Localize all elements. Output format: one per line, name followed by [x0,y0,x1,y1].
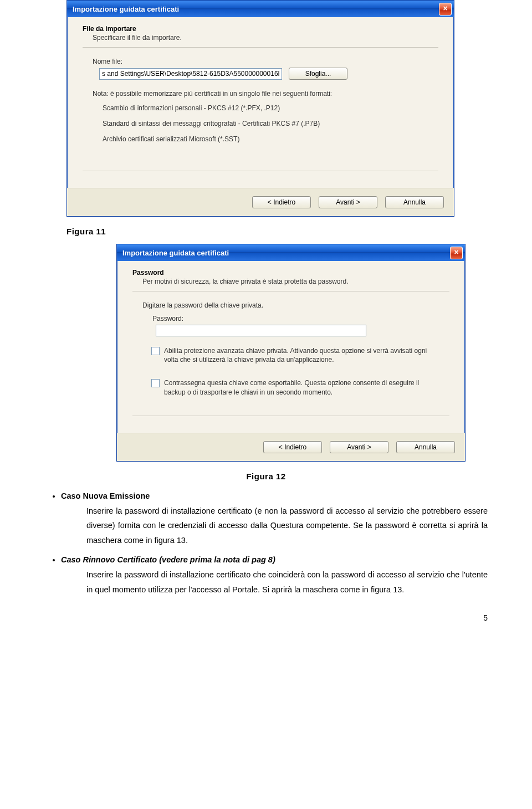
bullet-title-2: Caso Rinnovo Certificato (vedere prima l… [61,555,275,564]
close-icon[interactable]: × [439,3,452,16]
filename-label: Nome file: [93,58,438,65]
cancel-button[interactable]: Annulla [396,441,455,453]
step-subtitle: Per motivi di sicurezza, la chiave priva… [142,278,449,285]
password-prompt: Digitare la password della chiave privat… [142,301,449,309]
dialog-file-to-import: Importazione guidata certificati × File … [66,0,454,217]
titlebar: Importazione guidata certificati × [117,244,465,261]
step-title: Password [132,269,449,277]
bullet-title-1: Caso Nuova Emissione [61,491,150,500]
advanced-protection-label: Abilita protezione avanzata chiave priva… [164,346,439,364]
figure-caption-12: Figura 12 [44,472,488,481]
step-title: File da importare [83,25,438,33]
dialog-title: Importazione guidata certificati [122,249,450,257]
page-number: 5 [44,613,488,622]
format-line-2: Standard di sintassi dei messaggi critto… [103,120,438,127]
next-button[interactable]: Avanti > [330,441,388,453]
dialog-password: Importazione guidata certificati × Passw… [116,244,466,462]
format-line-1: Scambio di informazioni personali - PKCS… [103,104,438,112]
note-text: Nota: è possibile memorizzare più certif… [93,90,438,98]
bullet-body-1: Inserire la password di installazione ce… [61,504,488,548]
filename-input[interactable] [99,68,282,80]
exportable-label: Contrassegna questa chiave come esportab… [164,378,439,396]
step-subtitle: Specificare il file da importare. [93,34,438,42]
format-line-3: Archivio certificati serializzati Micros… [103,135,438,143]
cancel-button[interactable]: Annulla [385,196,444,208]
figure-caption-11: Figura 11 [66,227,488,236]
button-row: < Indietro Avanti > Annulla [117,433,465,461]
back-button[interactable]: < Indietro [263,441,322,453]
advanced-protection-checkbox[interactable] [151,347,160,355]
dialog-title: Importazione guidata certificati [73,5,439,13]
password-input[interactable] [156,325,366,336]
next-button[interactable]: Avanti > [319,196,377,208]
browse-button[interactable]: Sfoglia... [289,68,347,80]
titlebar: Importazione guidata certificati × [67,1,454,17]
button-row: < Indietro Avanti > Annulla [67,188,454,216]
password-label: Password: [152,315,449,322]
bullet-body-2: Inserire la password di installazione ce… [61,567,488,597]
document-body: Caso Nuova Emissione Inserire la passwor… [44,489,488,597]
exportable-checkbox[interactable] [151,379,160,387]
back-button[interactable]: < Indietro [252,196,311,208]
close-icon[interactable]: × [450,247,463,259]
